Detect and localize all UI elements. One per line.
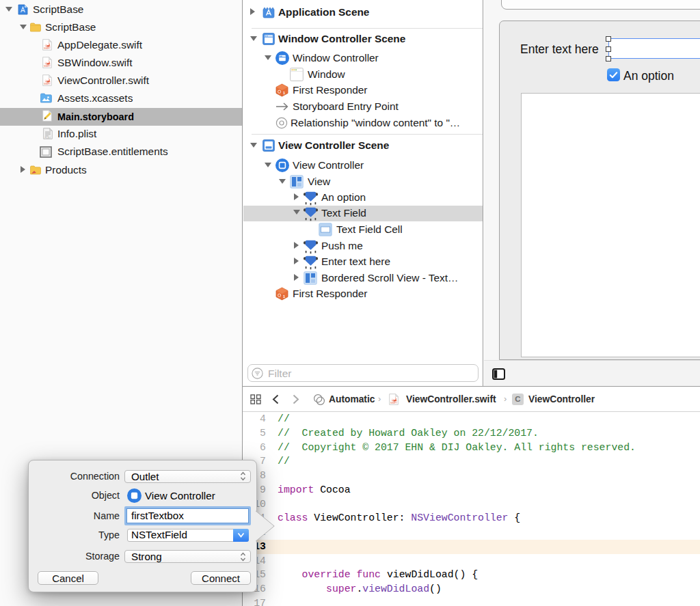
svg-text:1: 1 bbox=[283, 294, 285, 299]
svg-text:1: 1 bbox=[283, 91, 285, 95]
svg-text:PLIST: PLIST bbox=[45, 137, 51, 139]
